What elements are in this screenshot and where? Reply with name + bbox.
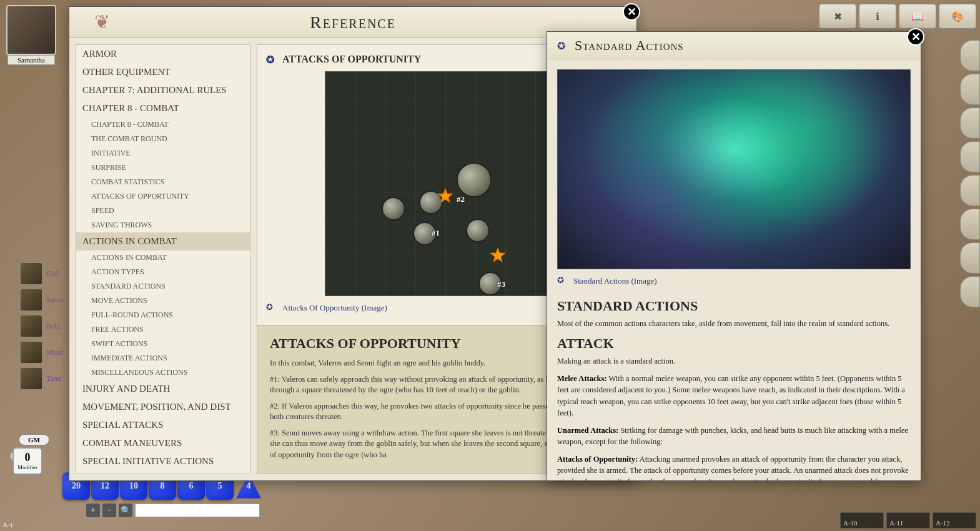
nav-item[interactable]: CHAPTER 8 - COMBAT — [76, 99, 250, 117]
close-button[interactable]: ✕ — [907, 28, 924, 46]
player-row[interactable]: Tanu — [20, 367, 63, 390]
body-text: With a normal melee weapon, you can stri… — [557, 374, 905, 417]
body-paragraph: Making an attack is a standard action. — [557, 355, 911, 367]
nav-subitem[interactable]: SAVING THROWS — [76, 218, 250, 232]
reference-nav[interactable]: ARMOR OTHER EQUIPMENT CHAPTER 7: ADDITIO… — [76, 44, 250, 474]
player-label: Miste — [46, 348, 63, 357]
character-portrait[interactable]: Sarnantha — [6, 5, 56, 55]
hotbar-slot[interactable]: A-12 — [933, 512, 976, 529]
body-paragraph: Attacks of Opportunity: Attacking unarme… — [557, 454, 911, 480]
dice-search-icon[interactable]: 🔍 — [119, 504, 132, 517]
nav-item[interactable]: SPECIAL INITIATIVE ACTIONS — [76, 452, 250, 470]
modifier-label: Modifier — [14, 464, 41, 470]
map-label: #3 — [497, 279, 505, 289]
nav-subitem[interactable]: ATTACKS OF OPPORTUNITY — [76, 189, 250, 204]
nav-subitem[interactable]: THE COMBAT ROUND — [76, 132, 250, 146]
nav-item[interactable]: CHAPTER 7: ADDITIONAL RULES — [76, 81, 250, 99]
side-tab[interactable] — [960, 242, 980, 274]
player-label: Bob: — [46, 322, 61, 331]
nav-item[interactable]: MOVEMENT, POSITION, AND DIST — [76, 398, 250, 416]
nav-subitem[interactable]: IMMEDIATE ACTIONS — [76, 351, 250, 365]
player-label: Sarna — [46, 295, 63, 305]
nav-subitem[interactable]: INITIATIVE — [76, 146, 250, 161]
map-label: #1 — [432, 228, 440, 238]
label-bold: Melee Attacks: — [557, 374, 606, 383]
reference-title: Reference — [310, 12, 396, 32]
player-list: GM: Sarna Bob: Miste Tanu — [20, 262, 63, 390]
label-bold: Attacks of Opportunity: — [557, 455, 638, 464]
nav-item[interactable]: COMBAT MANEUVERS — [76, 434, 250, 452]
figure-icon: ✪ — [266, 302, 277, 314]
gm-badge[interactable]: GM — [19, 434, 49, 445]
tool-button-icon[interactable]: 📖 — [899, 4, 936, 29]
side-tab[interactable] — [960, 107, 980, 139]
nav-subitem[interactable]: ACTION TYPES — [76, 265, 250, 279]
dice-input[interactable] — [135, 504, 260, 517]
side-tab[interactable] — [960, 74, 980, 105]
nav-subitem[interactable]: CHAPTER 8 - COMBAT — [76, 117, 250, 132]
side-tab[interactable] — [960, 276, 980, 307]
player-row-gm[interactable]: GM: — [20, 262, 63, 285]
image-caption: Attacks Of Opportunity (Image) — [282, 303, 387, 313]
map-label: #2 — [457, 194, 465, 204]
avatar — [20, 341, 42, 364]
body-paragraph: Unarmed Attacks: Striking for damage wit… — [557, 425, 911, 447]
modifier-box[interactable]: 0 Modifier — [12, 447, 42, 475]
dice-minus-button[interactable]: − — [102, 504, 116, 517]
side-tab[interactable] — [960, 40, 980, 71]
modifier-value: 0 — [14, 451, 41, 464]
side-tab[interactable] — [960, 209, 980, 240]
nav-subitem[interactable]: SWIFT ACTIONS — [76, 337, 250, 351]
character-name-tag: Sarnantha — [7, 55, 55, 65]
nav-subitem[interactable]: SURPRISE — [76, 161, 250, 175]
side-tab[interactable] — [960, 141, 980, 172]
avatar — [20, 367, 42, 390]
label-bold: Unarmed Attacks: — [557, 426, 618, 435]
nav-subitem[interactable]: MOVE ACTIONS — [76, 294, 250, 308]
figure-icon: ✪ — [266, 54, 277, 65]
section-heading: STANDARD ACTIONS — [557, 298, 911, 314]
title-ornament-icon: ❦ — [94, 11, 132, 36]
nav-item[interactable]: OTHER EQUIPMENT — [76, 63, 250, 81]
content-heading: ATTACKS OF OPPORTUNITY — [282, 54, 421, 65]
player-label: Tanu — [46, 374, 61, 384]
nav-item[interactable]: INJURY AND DEATH — [76, 380, 250, 398]
player-row[interactable]: Miste — [20, 341, 63, 364]
bottom-hotbar: A-10 A-11 A-12 — [840, 512, 976, 529]
player-label: GM: — [46, 269, 61, 279]
map-token — [466, 219, 490, 242]
figure-icon: ✪ — [557, 275, 568, 287]
map-token — [382, 197, 405, 221]
nav-subitem[interactable]: FULL-ROUND ACTIONS — [76, 308, 250, 322]
image-caption: Standard Actions (Image) — [573, 276, 657, 286]
tool-button-icon[interactable]: ✖ — [819, 4, 856, 29]
standard-actions-image — [557, 69, 911, 269]
avatar — [20, 315, 42, 337]
close-button[interactable]: ✕ — [623, 3, 640, 21]
nav-subitem[interactable]: ACTIONS IN COMBAT — [76, 251, 250, 265]
player-row[interactable]: Sarna — [20, 289, 63, 311]
nav-item[interactable]: ARMOR — [76, 45, 250, 63]
hotbar-slot[interactable]: A-10 — [840, 512, 884, 529]
nav-subitem[interactable]: MISCELLANEOUS ACTIONS — [76, 365, 250, 380]
tool-button-icon[interactable]: 🎨 — [939, 4, 976, 29]
standard-title: Standard Actions — [575, 37, 684, 54]
map-token-large — [457, 162, 492, 197]
nav-item[interactable]: SPECIAL ATTACKS — [76, 416, 250, 434]
nav-subitem[interactable]: COMBAT STATISTICS — [76, 175, 250, 189]
tool-button-icon[interactable]: ℹ — [859, 4, 896, 29]
player-row[interactable]: Bob: — [20, 315, 63, 337]
standard-titlebar[interactable]: ✪ Standard Actions — [547, 32, 921, 59]
corner-slot-label: A-1 — [2, 521, 13, 529]
dice-plus-button[interactable]: + — [86, 504, 100, 517]
side-tab[interactable] — [960, 175, 980, 206]
nav-subitem[interactable]: FREE ACTIONS — [76, 322, 250, 337]
top-toolbar: ✖ ℹ 📖 🎨 — [819, 4, 976, 29]
image-caption-row[interactable]: ✪ Standard Actions (Image) — [557, 275, 911, 287]
nav-subitem[interactable]: STANDARD ACTIONS — [76, 279, 250, 294]
hotbar-slot[interactable]: A-11 — [886, 512, 930, 529]
standard-body[interactable]: ✪ Standard Actions (Image) STANDARD ACTI… — [547, 59, 921, 480]
nav-item-selected[interactable]: ACTIONS IN COMBAT — [76, 232, 250, 251]
nav-subitem[interactable]: SPEED — [76, 204, 250, 218]
figure-icon: ✪ — [557, 40, 568, 51]
